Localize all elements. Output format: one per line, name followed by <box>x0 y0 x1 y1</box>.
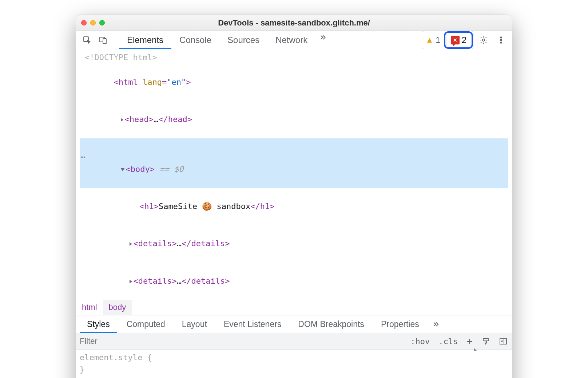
svg-point-4 <box>500 37 502 38</box>
minimize-window-button[interactable] <box>90 20 96 25</box>
breadcrumb-body[interactable]: body <box>103 300 132 315</box>
styles-toolbar: :hov .cls + <box>76 333 512 350</box>
settings-icon[interactable] <box>476 33 491 47</box>
expand-icon[interactable] <box>130 242 132 246</box>
class-toggle-button[interactable]: .cls <box>434 333 462 350</box>
subtab-event-listeners[interactable]: Event Listeners <box>216 315 289 333</box>
new-style-rule-button[interactable]: + <box>462 333 477 350</box>
toolbar-right: ▲ 1 ✕ 2 <box>422 31 508 49</box>
error-icon: ✕ <box>451 36 460 44</box>
element-style-rule[interactable]: element.style { } <box>76 350 512 377</box>
error-count: 2 <box>462 35 466 45</box>
close-window-button[interactable] <box>81 20 87 25</box>
tab-elements[interactable]: Elements <box>119 31 171 49</box>
paint-brush-icon[interactable] <box>477 333 494 350</box>
expand-icon[interactable] <box>121 118 123 122</box>
svg-rect-2 <box>103 39 106 44</box>
dom-html-open[interactable]: <html lang="en"> <box>80 64 508 101</box>
svg-point-6 <box>500 42 502 43</box>
subtab-layout[interactable]: Layout <box>175 315 214 333</box>
devtools-window: DevTools - samesite-sandbox.glitch.me/ E… <box>76 15 512 378</box>
hover-toggle-button[interactable]: :hov <box>406 333 434 350</box>
tab-network[interactable]: Network <box>267 31 315 49</box>
dom-hover-dots[interactable]: ⋯ <box>80 151 85 163</box>
tab-console[interactable]: Console <box>171 31 219 49</box>
highlight-ring: ✕ 2 <box>444 31 473 49</box>
expand-icon[interactable] <box>130 280 132 283</box>
collapse-icon[interactable] <box>121 168 124 171</box>
inspect-icon[interactable] <box>80 33 94 47</box>
styles-filter-input[interactable] <box>76 336 406 346</box>
dom-details-1[interactable]: <details>…</details> <box>80 225 508 262</box>
dom-head[interactable]: <head>…</head> <box>80 101 508 138</box>
breadcrumb-html[interactable]: html <box>76 300 103 315</box>
main-toolbar: Elements Console Sources Network » ▲ 1 ✕… <box>76 31 512 49</box>
device-toggle-icon[interactable] <box>96 33 110 47</box>
maximize-window-button[interactable] <box>99 20 105 25</box>
svg-point-5 <box>500 39 502 41</box>
subtab-properties[interactable]: Properties <box>374 315 426 333</box>
dom-doctype[interactable]: <!DOCTYPE html> <box>80 51 508 64</box>
svg-point-3 <box>482 39 485 41</box>
more-subtabs-button[interactable]: » <box>429 318 444 330</box>
titlebar: DevTools - samesite-sandbox.glitch.me/ <box>76 15 512 31</box>
window-title: DevTools - samesite-sandbox.glitch.me/ <box>76 18 512 28</box>
main-tabs: Elements Console Sources Network » <box>119 31 330 49</box>
styles-subtabs: Styles Computed Layout Event Listeners D… <box>76 315 512 333</box>
error-counter[interactable]: ✕ 2 <box>446 34 471 47</box>
subtab-dom-breakpoints[interactable]: DOM Breakpoints <box>291 315 372 333</box>
subtab-computed[interactable]: Computed <box>119 315 172 333</box>
traffic-lights <box>81 20 105 25</box>
dom-tree[interactable]: <!DOCTYPE html> <html lang="en"> <head>…… <box>76 49 512 300</box>
dom-h1[interactable]: <h1>SameSite 🍪 sandbox</h1> <box>80 188 508 225</box>
more-tabs-button[interactable]: » <box>315 31 330 49</box>
rule-selector: element.style <box>80 353 142 362</box>
dom-breadcrumbs: html body <box>76 300 512 315</box>
warning-icon: ▲ <box>426 35 434 45</box>
tab-sources[interactable]: Sources <box>219 31 267 49</box>
warning-counter[interactable]: ▲ 1 <box>422 31 444 49</box>
warning-count: 1 <box>436 35 440 45</box>
dom-details-2[interactable]: <details>…</details> <box>80 263 508 300</box>
issue-counters: ▲ 1 ✕ 2 <box>422 31 473 49</box>
subtab-styles[interactable]: Styles <box>80 315 117 333</box>
more-options-icon[interactable] <box>494 33 508 47</box>
toggle-sidebar-icon[interactable] <box>494 333 512 350</box>
dom-body-open[interactable]: ⋯ <body> == $0 <box>80 138 508 188</box>
